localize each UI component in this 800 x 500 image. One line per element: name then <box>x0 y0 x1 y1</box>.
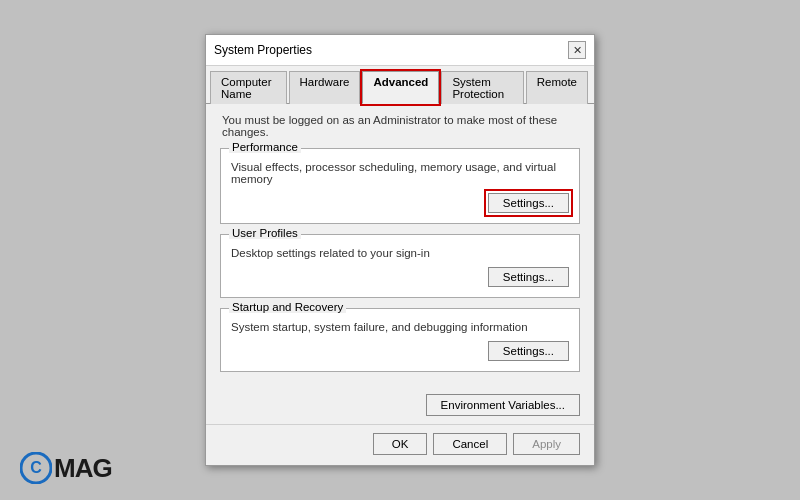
logo-area: C MAG <box>20 452 112 484</box>
system-properties-dialog: System Properties ✕ Computer Name Hardwa… <box>205 34 595 466</box>
environment-variables-button[interactable]: Environment Variables... <box>426 394 580 416</box>
performance-btn-row: Settings... <box>231 193 569 213</box>
performance-desc: Visual effects, processor scheduling, me… <box>231 161 569 185</box>
cmag-logo-icon: C <box>20 452 52 484</box>
tabs-row: Computer Name Hardware Advanced System P… <box>206 66 594 104</box>
startup-recovery-section: Startup and Recovery System startup, sys… <box>220 308 580 372</box>
startup-recovery-label: Startup and Recovery <box>229 301 346 313</box>
performance-label: Performance <box>229 141 301 153</box>
user-profiles-btn-row: Settings... <box>231 267 569 287</box>
svg-text:C: C <box>30 459 42 476</box>
tab-remote[interactable]: Remote <box>526 71 588 104</box>
tab-hardware[interactable]: Hardware <box>289 71 361 104</box>
logo-text: MAG <box>54 453 112 484</box>
desktop: System Properties ✕ Computer Name Hardwa… <box>0 0 800 500</box>
tab-computer-name[interactable]: Computer Name <box>210 71 287 104</box>
ok-button[interactable]: OK <box>373 433 428 455</box>
env-row: Environment Variables... <box>206 394 594 424</box>
user-profiles-settings-button[interactable]: Settings... <box>488 267 569 287</box>
startup-recovery-settings-button[interactable]: Settings... <box>488 341 569 361</box>
footer-row: OK Cancel Apply <box>206 424 594 465</box>
admin-notice: You must be logged on as an Administrato… <box>220 114 580 138</box>
tab-system-protection[interactable]: System Protection <box>441 71 523 104</box>
apply-button[interactable]: Apply <box>513 433 580 455</box>
user-profiles-desc: Desktop settings related to your sign-in <box>231 247 569 259</box>
user-profiles-section: User Profiles Desktop settings related t… <box>220 234 580 298</box>
user-profiles-label: User Profiles <box>229 227 301 239</box>
performance-settings-button[interactable]: Settings... <box>488 193 569 213</box>
performance-section: Performance Visual effects, processor sc… <box>220 148 580 224</box>
cancel-button[interactable]: Cancel <box>433 433 507 455</box>
dialog-title: System Properties <box>214 43 312 57</box>
startup-recovery-btn-row: Settings... <box>231 341 569 361</box>
tab-advanced[interactable]: Advanced <box>362 71 439 104</box>
close-button[interactable]: ✕ <box>568 41 586 59</box>
startup-recovery-desc: System startup, system failure, and debu… <box>231 321 569 333</box>
title-bar: System Properties ✕ <box>206 35 594 66</box>
content-area: You must be logged on as an Administrato… <box>206 104 594 394</box>
